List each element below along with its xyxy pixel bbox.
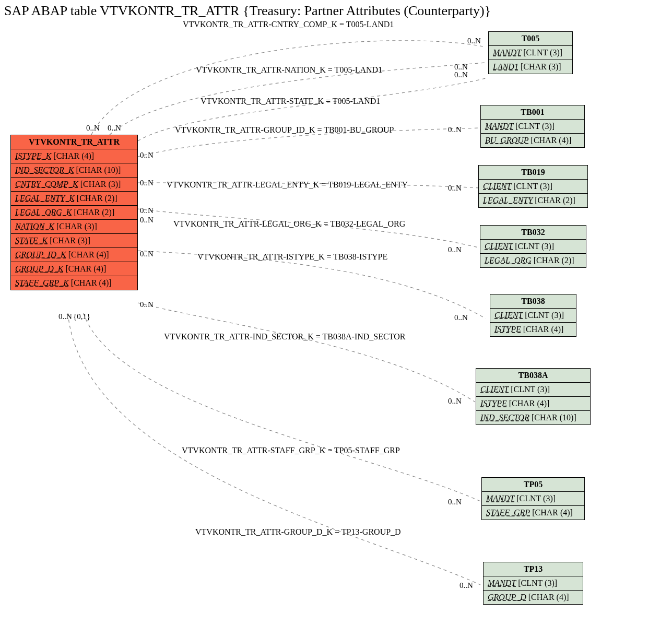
entity-main-field: LEGAL_ENTY_K [CHAR (2)] — [11, 192, 137, 206]
relation-label: VTVKONTR_TR_ATTR-ISTYPE_K = TB038-ISTYPE — [197, 252, 387, 262]
entity-header: TB001 — [481, 105, 584, 120]
entity-tb032: TB032 CLIENT [CLNT (3)] LEGAL_ORG [CHAR … — [480, 225, 586, 268]
entity-main-field: ISTYPE_K [CHAR (4)] — [11, 149, 137, 163]
entity-tb038: TB038 CLIENT [CLNT (3)] ISTYPE [CHAR (4)… — [490, 294, 576, 337]
relation-label: VTVKONTR_TR_ATTR-STATE_K = T005-LAND1 — [201, 97, 380, 106]
entity-tb038a: TB038A CLIENT [CLNT (3)] ISTYPE [CHAR (4… — [476, 368, 591, 425]
entity-tp05: TP05 MANDT [CLNT (3)] STAFF_GRP [CHAR (4… — [481, 477, 585, 520]
entity-field: IND_SECTOR [CHAR (10)] — [476, 411, 590, 424]
entity-header: T005 — [489, 32, 572, 46]
relation-label: VTVKONTR_TR_ATTR-LEGAL_ORG_K = TB032-LEG… — [173, 219, 405, 229]
cardinality-label: 0..N — [86, 124, 100, 133]
entity-main-field: NATION_K [CHAR (3)] — [11, 220, 137, 234]
relation-label: VTVKONTR_TR_ATTR-LEGAL_ENTY_K = TB019-LE… — [167, 180, 408, 190]
cardinality-label: 0..N — [140, 179, 154, 187]
cardinality-label: 0..N — [448, 125, 462, 134]
relation-label: VTVKONTR_TR_ATTR-STAFF_GRP_K = TP05-STAF… — [182, 446, 400, 455]
relation-label: VTVKONTR_TR_ATTR-GROUP_ID_K = TB001-BU_G… — [175, 125, 394, 135]
cardinality-label: 0..N — [140, 300, 154, 309]
entity-field: LAND1 [CHAR (3)] — [489, 60, 572, 74]
cardinality-label: 0..N — [108, 124, 121, 133]
entity-header: TP05 — [482, 478, 584, 492]
entity-main-field: CNTRY_COMP_K [CHAR (3)] — [11, 178, 137, 192]
entity-field: BU_GROUP [CHAR (4)] — [481, 134, 584, 147]
entity-field: MANDT [CLNT (3)] — [481, 120, 584, 134]
entity-header: TB019 — [479, 166, 587, 180]
cardinality-label: 0..N — [448, 184, 462, 193]
entity-field: CLIENT [CLNT (3)] — [490, 309, 576, 323]
cardinality-label: 0..N — [454, 313, 468, 322]
entity-header: TB038 — [490, 294, 576, 309]
entity-tb001: TB001 MANDT [CLNT (3)] BU_GROUP [CHAR (4… — [480, 105, 585, 148]
cardinality-label: 0..N — [448, 245, 462, 254]
entity-main-header: VTVKONTR_TR_ATTR — [11, 135, 137, 149]
relation-label: VTVKONTR_TR_ATTR-NATION_K = T005-LAND1 — [196, 65, 382, 75]
cardinality-label: {0,1} — [73, 312, 90, 321]
entity-field: MANDT [CLNT (3)] — [484, 576, 583, 591]
entity-main-field: GROUP_D_K [CHAR (4)] — [11, 262, 137, 276]
cardinality-label: 0..N — [58, 312, 72, 321]
entity-field: GROUP_D [CHAR (4)] — [484, 591, 583, 604]
entity-field: ISTYPE [CHAR (4)] — [476, 397, 590, 411]
cardinality-label: 0..N — [140, 206, 154, 215]
entity-main-field: IND_SECTOR_K [CHAR (10)] — [11, 163, 137, 178]
cardinality-label: 0..N — [448, 397, 462, 406]
cardinality-label: 0..N — [140, 151, 154, 160]
entity-main-field: LEGAL_ORG_K [CHAR (2)] — [11, 206, 137, 220]
entity-field: LEGAL_ENTY [CHAR (2)] — [479, 194, 587, 207]
entity-field: CLIENT [CLNT (3)] — [476, 383, 590, 397]
cardinality-label: 0..N — [140, 250, 154, 258]
entity-field: MANDT [CLNT (3)] — [489, 46, 572, 60]
cardinality-label: 0..N — [448, 498, 462, 506]
relation-label: VTVKONTR_TR_ATTR-GROUP_D_K = TP13-GROUP_… — [195, 527, 401, 537]
cardinality-label: 0..N — [459, 581, 473, 590]
entity-header: TB032 — [480, 226, 586, 240]
entity-main-field: STAFF_GRP_K [CHAR (4)] — [11, 276, 137, 290]
relation-label: VTVKONTR_TR_ATTR-IND_SECTOR_K = TB038A-I… — [164, 332, 405, 341]
entity-tb019: TB019 CLIENT [CLNT (3)] LEGAL_ENTY [CHAR… — [478, 165, 588, 208]
entity-header: TP13 — [484, 562, 583, 576]
entity-tp13: TP13 MANDT [CLNT (3)] GROUP_D [CHAR (4)] — [483, 562, 583, 605]
cardinality-label: 0..N — [467, 37, 481, 45]
entity-field: STAFF_GRP [CHAR (4)] — [482, 506, 584, 520]
entity-field: LEGAL_ORG [CHAR (2)] — [480, 254, 586, 267]
entity-main: VTVKONTR_TR_ATTR ISTYPE_K [CHAR (4)] IND… — [10, 135, 138, 290]
entity-field: MANDT [CLNT (3)] — [482, 492, 584, 506]
entity-main-field: STATE_K [CHAR (3)] — [11, 234, 137, 248]
cardinality-label: 0..N — [454, 70, 468, 79]
entity-field: ISTYPE [CHAR (4)] — [490, 323, 576, 336]
entity-main-field: GROUP_ID_K [CHAR (4)] — [11, 248, 137, 262]
entity-header: TB038A — [476, 369, 590, 383]
page-title: SAP ABAP table VTVKONTR_TR_ATTR {Treasur… — [4, 3, 491, 19]
entity-t005: T005 MANDT [CLNT (3)] LAND1 [CHAR (3)] — [488, 31, 573, 74]
cardinality-label: 0..N — [140, 216, 154, 225]
entity-field: CLIENT [CLNT (3)] — [480, 240, 586, 254]
relation-label: VTVKONTR_TR_ATTR-CNTRY_COMP_K = T005-LAN… — [183, 20, 394, 29]
entity-field: CLIENT [CLNT (3)] — [479, 180, 587, 194]
